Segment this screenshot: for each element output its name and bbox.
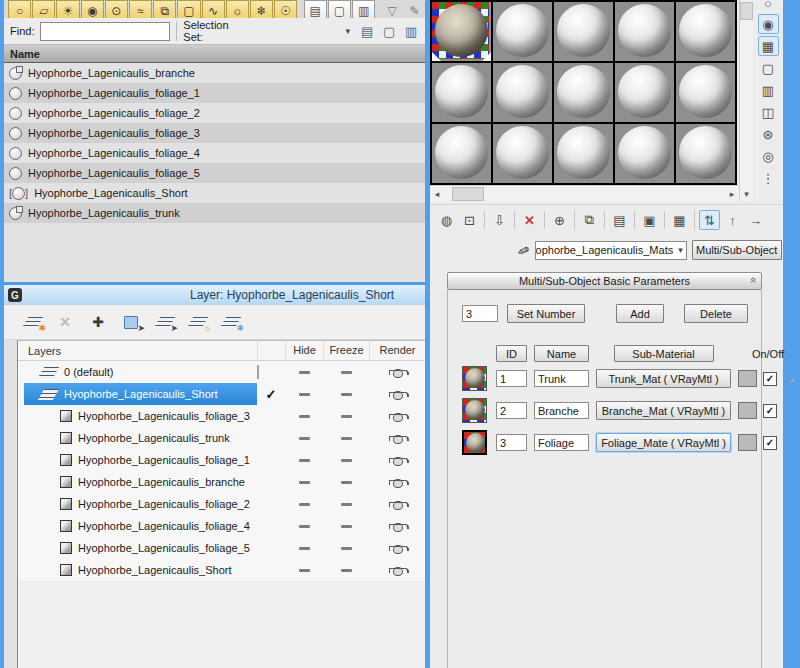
layer-object-row[interactable]: Hyophorbe_Lagenicaulis_foliage_5: [18, 537, 425, 559]
sample-uv-tiling-icon[interactable]: ▢: [758, 58, 779, 78]
display-hidden-icon[interactable]: ☉: [274, 0, 297, 18]
scroll-down-icon[interactable]: ▾: [740, 189, 753, 199]
onoff-checkbox[interactable]: ✓: [763, 372, 777, 386]
sub-material-color-swatch[interactable]: [738, 434, 757, 451]
hide-toggle[interactable]: [299, 393, 310, 396]
render-teapot-icon[interactable]: [389, 432, 406, 445]
filter-funnel-icon[interactable]: ▽: [382, 0, 403, 18]
set-number-button[interactable]: Set Number: [507, 304, 585, 323]
sub-material-thumbnail[interactable]: [462, 398, 487, 423]
onoff-checkbox[interactable]: ✓: [763, 404, 777, 418]
show-end-result-icon[interactable]: ⇅: [699, 210, 720, 230]
render-teapot-icon[interactable]: [389, 564, 406, 577]
freeze-toggle[interactable]: [341, 415, 352, 418]
layer-window-titlebar[interactable]: G Layer: Hyophorbe_Lagenicaulis_Short: [4, 285, 425, 305]
hide-toggle[interactable]: [299, 459, 310, 462]
create-new-layer-icon[interactable]: ✱: [22, 314, 42, 330]
put-material-to-scene-icon[interactable]: ⊡: [459, 210, 480, 230]
sub-material-color-swatch[interactable]: [738, 370, 757, 387]
sample-slot[interactable]: [554, 124, 613, 183]
sub-material-color-swatch[interactable]: [738, 402, 757, 419]
sub-material-button[interactable]: Foliage_Mate ( VRayMtl ): [596, 433, 731, 452]
freeze-toggle[interactable]: [341, 569, 352, 572]
layer-row-selected[interactable]: Hyophorbe_Lagenicaulis_Short ✓: [18, 383, 425, 405]
list-item[interactable]: Hyophorbe_Lagenicaulis_foliage_1: [4, 83, 425, 103]
freeze-all-layers-icon[interactable]: ❄: [220, 314, 240, 330]
freeze-toggle[interactable]: [341, 481, 352, 484]
display-xrefs-icon[interactable]: ▢: [177, 0, 200, 18]
render-teapot-icon[interactable]: [389, 520, 406, 533]
display-invert-icon[interactable]: ▥: [352, 0, 375, 18]
list-item[interactable]: Hyophorbe_Lagenicaulis_foliage_2: [4, 103, 425, 123]
sub-material-thumbnail[interactable]: [462, 366, 487, 391]
hide-toggle[interactable]: [299, 569, 310, 572]
layer-object-row[interactable]: Hyophorbe_Lagenicaulis_branche: [18, 471, 425, 493]
display-spacewarps-icon[interactable]: ≈: [129, 0, 152, 18]
assign-material-to-selection-icon[interactable]: ⇩: [489, 210, 510, 230]
append-named-selection-icon[interactable]: ▥: [403, 24, 419, 39]
sample-slot[interactable]: [615, 63, 674, 122]
sample-slot[interactable]: [676, 63, 735, 122]
delete-layer-icon[interactable]: ✕: [55, 314, 75, 330]
render-teapot-icon[interactable]: [389, 498, 406, 511]
make-preview-icon[interactable]: ◫: [758, 102, 779, 122]
sample-slot[interactable]: [432, 63, 491, 122]
sample-slot[interactable]: [432, 124, 491, 183]
delete-button[interactable]: Delete: [684, 304, 748, 323]
freeze-toggle[interactable]: [341, 503, 352, 506]
material-type-button[interactable]: Multi/Sub-Object: [692, 240, 782, 260]
display-lights-on-icon[interactable]: ☼: [226, 0, 249, 18]
combo-arrow-icon[interactable]: ▾: [343, 26, 354, 36]
freeze-toggle[interactable]: [341, 525, 352, 528]
sub-material-button[interactable]: Trunk_Mat ( VRayMtl ): [596, 369, 731, 388]
display-frozen-icon[interactable]: ❄: [250, 0, 273, 18]
slots-vertical-scrollbar[interactable]: ▾: [739, 0, 753, 201]
layer-row[interactable]: 0 (default): [18, 361, 425, 383]
current-layer-checkbox[interactable]: [257, 365, 259, 379]
render-teapot-icon[interactable]: [389, 476, 406, 489]
name-sort-button[interactable]: Name: [534, 345, 589, 362]
hide-toggle[interactable]: [299, 371, 310, 374]
options-icon[interactable]: ⊛: [758, 124, 779, 144]
select-objects-in-layer-icon[interactable]: ➤: [154, 314, 174, 330]
render-teapot-icon[interactable]: [389, 542, 406, 555]
freeze-toggle[interactable]: [341, 393, 352, 396]
layer-object-row[interactable]: Hyophorbe_Lagenicaulis_foliage_3: [18, 405, 425, 427]
add-button[interactable]: Add: [616, 304, 664, 323]
hide-column-header[interactable]: Hide: [285, 341, 323, 360]
list-item[interactable]: Hyophorbe_Lagenicaulis_trunk: [4, 203, 425, 223]
render-column-header[interactable]: Render: [369, 341, 425, 360]
freeze-toggle[interactable]: [341, 437, 352, 440]
show-material-in-viewport-icon[interactable]: ▦: [669, 210, 690, 230]
render-teapot-icon[interactable]: [389, 366, 406, 379]
reset-material-icon[interactable]: ✕: [519, 210, 540, 230]
freeze-toggle[interactable]: [341, 547, 352, 550]
name-field[interactable]: Trunk: [534, 370, 589, 387]
list-item[interactable]: [] Hyophorbe_Lagenicaulis_Short: [4, 183, 425, 203]
scroll-up-icon[interactable]: ▴: [786, 374, 798, 384]
slots-horizontal-scrollbar[interactable]: ◂ ▸: [430, 185, 739, 202]
sample-slot[interactable]: [676, 2, 735, 61]
sub-material-button[interactable]: Branche_Mat ( VRayMtl ): [596, 401, 731, 420]
display-geometry-icon[interactable]: ○: [8, 0, 31, 18]
freeze-toggle[interactable]: [341, 371, 352, 374]
material-id-channel-icon[interactable]: ▣: [639, 210, 660, 230]
display-groups-icon[interactable]: ⧉: [153, 0, 176, 18]
id-field[interactable]: 3: [496, 434, 527, 451]
render-teapot-icon[interactable]: [389, 454, 406, 467]
selection-set-combo[interactable]: ▾: [257, 22, 353, 40]
edit-named-selections-icon[interactable]: ▤: [359, 24, 375, 39]
display-none-icon[interactable]: ▢: [328, 0, 351, 18]
sample-slot[interactable]: [615, 124, 674, 183]
sample-slot[interactable]: [615, 2, 674, 61]
sub-material-sort-button[interactable]: Sub-Material: [614, 345, 714, 362]
hide-toggle[interactable]: [299, 503, 310, 506]
new-named-selection-icon[interactable]: ▢: [381, 24, 397, 39]
sample-slot[interactable]: [493, 2, 552, 61]
layer-object-row[interactable]: Hyophorbe_Lagenicaulis_trunk: [18, 427, 425, 449]
scroll-right-icon[interactable]: ▸: [725, 189, 739, 199]
backlight-icon[interactable]: ◉: [758, 14, 779, 34]
layer-object-row[interactable]: Hyophorbe_Lagenicaulis_foliage_2: [18, 493, 425, 515]
layer-object-row[interactable]: Hyophorbe_Lagenicaulis_foliage_4: [18, 515, 425, 537]
find-input[interactable]: [40, 22, 170, 41]
